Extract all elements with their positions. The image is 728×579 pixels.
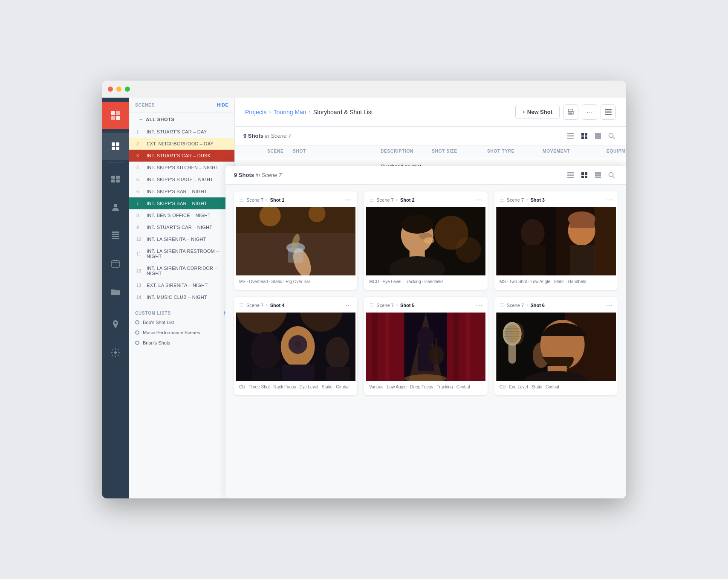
custom-list-bobs[interactable]: Bob's Shot List xyxy=(129,317,234,327)
scene-item-4[interactable]: 4 INT. SKIPP'S KITCHEN – NIGHT xyxy=(129,162,234,174)
scene-item-7[interactable]: 7 INT. SKIPP'S BAR – NIGHT xyxy=(129,197,234,209)
top-header: Projects › Touring Man › Storyboard & Sh… xyxy=(235,98,626,127)
scene-item-5[interactable]: 5 INT. SKIPP'S STAGE – NIGHT xyxy=(129,174,234,185)
more-options-btn[interactable]: ··· xyxy=(582,104,597,120)
search-btn[interactable] xyxy=(606,130,618,142)
shot-card-1[interactable]: ☰ Scene 7 › Shot 1 ⋯ xyxy=(235,191,357,290)
svg-rect-25 xyxy=(569,113,572,114)
shot-caption-6: CU · Eye Level · Static · Gimbal xyxy=(494,381,618,395)
overlay-list-view-btn[interactable] xyxy=(565,169,577,181)
shot-card-4[interactable]: ☰ Scene 7 › Shot 4 ⋯ xyxy=(235,297,357,395)
grid-view-btn-2[interactable] xyxy=(578,130,590,142)
all-shots-item[interactable]: – ALL SHOTS xyxy=(129,113,234,126)
svg-point-116 xyxy=(417,327,434,347)
breadcrumb-current: Storyboard & Shot List xyxy=(313,109,373,116)
card-more-btn[interactable]: ⋯ xyxy=(476,301,482,309)
large-grid-view-btn[interactable] xyxy=(592,130,604,142)
sidebar-projects-btn[interactable] xyxy=(102,133,129,160)
svg-rect-92 xyxy=(569,219,594,228)
overlay-large-grid-btn[interactable] xyxy=(592,169,604,181)
svg-rect-31 xyxy=(567,138,574,139)
overlay-grid-view-btn[interactable] xyxy=(578,169,590,181)
card-drag-handle[interactable]: ☰ xyxy=(500,197,504,203)
svg-rect-33 xyxy=(585,133,587,136)
scene-item-9[interactable]: 9 INT. STUART'S CAR – NIGHT xyxy=(129,221,234,233)
svg-rect-37 xyxy=(597,133,599,135)
breadcrumb-projects[interactable]: Projects xyxy=(245,109,267,116)
main-content: Projects › Touring Man › Storyboard & Sh… xyxy=(235,98,626,498)
card-more-btn[interactable]: ⋯ xyxy=(345,196,352,204)
scene-item-12[interactable]: 12 INT. LA SIRENITA CORRIDOR – NIGHT xyxy=(129,262,234,279)
view-toggle xyxy=(565,130,618,142)
overlay-view-toggle xyxy=(565,169,618,181)
card-more-btn[interactable]: ⋯ xyxy=(476,196,482,204)
sidebar-settings-btn[interactable] xyxy=(102,339,129,366)
table-view-btn[interactable] xyxy=(565,130,577,142)
scene-item-13[interactable]: 13 EXT. LA SIRENITA – NIGHT xyxy=(129,279,234,291)
card-drag-handle[interactable]: ☰ xyxy=(500,302,504,308)
custom-list-dot xyxy=(135,330,139,335)
maximize-btn[interactable] xyxy=(125,87,130,92)
svg-rect-40 xyxy=(597,135,599,137)
svg-rect-34 xyxy=(581,136,584,139)
card-drag-handle[interactable]: ☰ xyxy=(369,197,374,203)
svg-rect-72 xyxy=(288,248,303,263)
breadcrumb-sep1: › xyxy=(269,109,271,115)
scene-item-11[interactable]: 11 INT. LA SIRENITA RESTROOM – NIGHT xyxy=(129,245,234,262)
list-view-btn[interactable] xyxy=(601,104,616,120)
svg-rect-57 xyxy=(595,174,597,176)
scene-item-1[interactable]: 1 INT. STUART'S CAR – DAY xyxy=(129,126,234,138)
app-logo-btn[interactable] xyxy=(102,102,129,129)
card-drag-handle[interactable]: ☰ xyxy=(239,302,244,308)
scene-item-14[interactable]: 14 INT. MUSIC CLUB – NIGHT xyxy=(129,291,234,303)
scene-item-2[interactable]: 2 EXT. NEIGHBORHOOD – DAY xyxy=(129,138,234,150)
shot-card-5[interactable]: ☰ Scene 7 › Shot 5 ⋯ xyxy=(364,297,487,395)
custom-lists-header: CUSTOM LISTS HI xyxy=(129,307,234,317)
shot-caption-5: Various · Low Angle · Deep Focus · Track… xyxy=(364,381,487,395)
close-btn[interactable] xyxy=(108,87,113,92)
card-drag-handle[interactable]: ☰ xyxy=(369,302,374,308)
svg-point-99 xyxy=(251,332,281,370)
sidebar-folders-btn[interactable] xyxy=(102,278,129,305)
svg-rect-41 xyxy=(599,135,601,137)
sidebar-calendar-btn[interactable] xyxy=(102,250,129,277)
shot-image-1 xyxy=(235,207,357,275)
svg-point-77 xyxy=(456,237,481,263)
svg-rect-44 xyxy=(599,137,601,139)
shot-caption-4: CU · Three Shot · Rack Focus · Eye Level… xyxy=(235,381,357,395)
sidebar-shotlist-btn[interactable] xyxy=(102,222,129,249)
new-shot-button[interactable]: + New Shot xyxy=(515,105,560,119)
svg-rect-52 xyxy=(581,176,584,178)
svg-rect-27 xyxy=(605,111,612,113)
card-more-btn[interactable]: ⋯ xyxy=(606,196,612,204)
print-btn[interactable] xyxy=(563,104,578,120)
sidebar-location-btn[interactable] xyxy=(102,311,129,338)
svg-rect-53 xyxy=(585,176,587,178)
shot-card-2[interactable]: ☰ Scene 7 › Shot 2 ⋯ xyxy=(364,191,487,290)
breadcrumb: Projects › Touring Man › Storyboard & Sh… xyxy=(245,109,373,116)
svg-rect-55 xyxy=(597,172,599,174)
scene-item-3[interactable]: 3 INT. STUART'S CAR – DUSK xyxy=(129,150,234,162)
custom-list-brians[interactable]: Brian's Shots xyxy=(129,338,234,348)
shot-caption-1: MS · Overhead · Static · Rig Over Bar xyxy=(235,275,357,290)
table-header: SCENE SHOT DESCRIPTION SHOT SIZE SHOT TY… xyxy=(235,145,626,157)
card-more-btn[interactable]: ⋯ xyxy=(345,301,352,309)
shot-card-6[interactable]: ☰ Scene 7 › Shot 6 ⋯ xyxy=(494,297,618,395)
hide-scenes-btn[interactable]: HIDE xyxy=(217,103,228,107)
scene-item-8[interactable]: 8 INT. BEN'S OFFICE – NIGHT xyxy=(129,209,234,221)
card-more-btn[interactable]: ⋯ xyxy=(606,301,612,309)
svg-rect-36 xyxy=(595,133,597,135)
card-drag-handle[interactable]: ☰ xyxy=(239,197,244,203)
scene-item-10[interactable]: 10 INT. LA SIRENITA – NIGHT xyxy=(129,233,234,245)
sidebar-contacts-btn[interactable] xyxy=(102,194,129,221)
sidebar-storyboard-btn[interactable] xyxy=(102,165,129,193)
svg-rect-0 xyxy=(111,111,115,115)
svg-rect-89 xyxy=(522,245,545,275)
custom-list-music[interactable]: Music Performance Scenes xyxy=(129,327,234,338)
shot-card-3[interactable]: ☰ Scene 7 › Shot 3 ⋯ xyxy=(494,191,618,290)
breadcrumb-project[interactable]: Touring Man xyxy=(274,109,306,116)
svg-rect-50 xyxy=(581,172,584,175)
minimize-btn[interactable] xyxy=(116,87,121,92)
overlay-search-btn[interactable] xyxy=(606,169,618,181)
scene-item-6[interactable]: 6 INT. SKIPP'S BAR – NIGHT xyxy=(129,185,234,197)
